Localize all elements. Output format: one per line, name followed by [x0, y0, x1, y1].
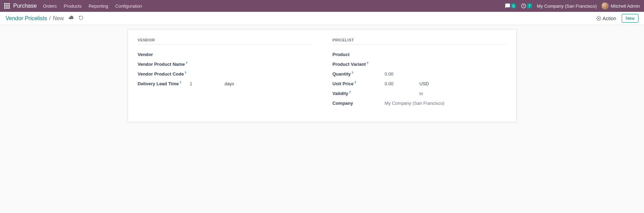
- menu-products[interactable]: Products: [64, 3, 81, 9]
- vendor-label: Vendor: [138, 52, 153, 57]
- new-button[interactable]: New: [622, 14, 638, 23]
- help-icon[interactable]: ?: [349, 90, 351, 94]
- cloud-save-icon[interactable]: [68, 15, 74, 22]
- vendor-section-title: VENDOR: [138, 38, 312, 45]
- svg-point-10: [598, 18, 599, 19]
- product-variant-label: Product Variant: [333, 62, 366, 67]
- form-sheet: VENDOR Vendor Vendor Product Name ? Vend…: [128, 29, 517, 122]
- vendor-product-name-label: Vendor Product Name: [138, 62, 185, 67]
- quantity-value[interactable]: 0.00: [385, 71, 406, 77]
- unit-price-currency[interactable]: USD: [420, 81, 429, 86]
- company-value[interactable]: My Company (San Francisco): [385, 101, 445, 106]
- menu-orders[interactable]: Orders: [43, 3, 57, 9]
- menu-configuration[interactable]: Configuration: [115, 3, 142, 9]
- help-icon[interactable]: ?: [354, 81, 356, 84]
- action-label: Action: [603, 16, 616, 21]
- product-label: Product: [333, 52, 350, 57]
- validity-label: Validity: [333, 91, 349, 96]
- vendor-product-code-label: Vendor Product Code: [138, 71, 184, 77]
- unit-price-value[interactable]: 0.00: [385, 81, 406, 86]
- pricelist-section: PRICELIST Product Product Variant ? Quan…: [333, 38, 507, 108]
- svg-rect-5: [8, 5, 10, 7]
- discard-icon[interactable]: [79, 15, 84, 21]
- delivery-lead-time-value[interactable]: 1: [190, 81, 211, 86]
- help-icon[interactable]: ?: [184, 71, 186, 74]
- menu-reporting[interactable]: Reporting: [89, 3, 108, 9]
- svg-rect-1: [6, 3, 8, 5]
- help-icon[interactable]: ?: [351, 71, 353, 74]
- breadcrumb: Vendor Pricelists / New: [6, 15, 64, 22]
- svg-rect-7: [6, 7, 8, 9]
- svg-rect-2: [8, 3, 10, 5]
- delivery-lead-time-label: Delivery Lead Time: [138, 81, 179, 86]
- user-name: Mitchell Admin: [611, 3, 640, 9]
- avatar: [602, 2, 609, 9]
- breadcrumb-parent[interactable]: Vendor Pricelists: [6, 15, 47, 22]
- help-icon[interactable]: ?: [180, 81, 182, 84]
- quantity-label: Quantity: [333, 71, 351, 77]
- action-dropdown[interactable]: Action: [596, 16, 616, 21]
- pricelist-section-title: PRICELIST: [333, 38, 507, 45]
- validity-to-label: to: [420, 91, 423, 96]
- svg-rect-8: [8, 7, 10, 9]
- svg-rect-6: [4, 7, 6, 9]
- breadcrumb-separator: /: [49, 15, 50, 22]
- company-switcher[interactable]: My Company (San Francisco): [537, 3, 597, 9]
- apps-icon[interactable]: [4, 3, 10, 9]
- help-icon[interactable]: ?: [367, 61, 369, 65]
- messages-button[interactable]: 5: [505, 3, 516, 9]
- messages-badge: 5: [511, 3, 516, 8]
- activities-button[interactable]: 7: [521, 3, 532, 9]
- company-label: Company: [333, 101, 353, 106]
- app-brand[interactable]: Purchase: [13, 3, 37, 9]
- activities-badge: 7: [527, 3, 532, 8]
- main-menu: Orders Products Reporting Configuration: [43, 3, 142, 9]
- help-icon[interactable]: ?: [185, 61, 188, 65]
- user-menu[interactable]: Mitchell Admin: [602, 2, 640, 9]
- delivery-lead-time-unit: days: [225, 81, 234, 86]
- vendor-section: VENDOR Vendor Vendor Product Name ? Vend…: [138, 38, 312, 108]
- svg-rect-3: [4, 5, 6, 7]
- breadcrumb-current: New: [53, 15, 64, 22]
- svg-rect-4: [6, 5, 8, 7]
- top-navbar: Purchase Orders Products Reporting Confi…: [0, 0, 644, 12]
- control-bar: Vendor Pricelists / New Action New: [0, 12, 644, 25]
- unit-price-label: Unit Price: [333, 81, 354, 86]
- svg-rect-0: [4, 3, 6, 5]
